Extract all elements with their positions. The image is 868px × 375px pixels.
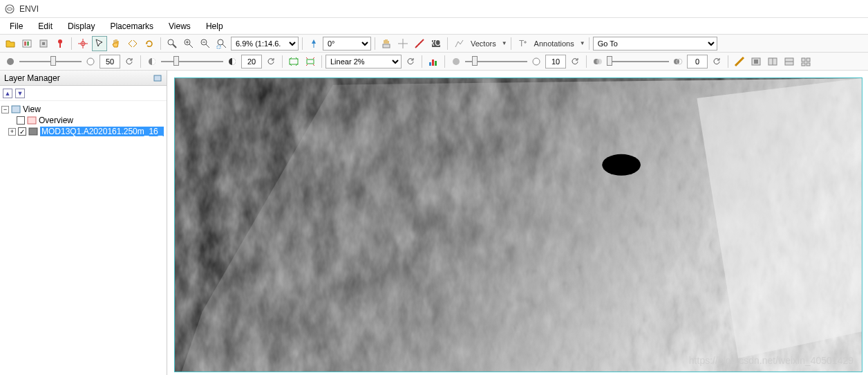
menu-file[interactable]: File [3, 20, 30, 33]
contrast-slider[interactable] [161, 55, 223, 68]
brightness-reset-icon[interactable] [122, 54, 137, 69]
expander-icon[interactable]: − [1, 106, 9, 113]
separator [282, 55, 283, 68]
contrast-reset-icon[interactable] [263, 54, 279, 69]
satellite-image [175, 78, 862, 372]
transparency-slider[interactable] [607, 55, 669, 68]
stretch-reset-icon[interactable] [403, 54, 418, 69]
collapse-icon[interactable]: ▲ [3, 89, 12, 98]
toolbar-display: Linear 2% [0, 53, 868, 71]
expand-icon[interactable]: ▼ [15, 89, 25, 98]
sharpen-low-icon [449, 54, 464, 69]
sharpen-high-icon [529, 54, 544, 69]
zoom-in-icon[interactable] [181, 36, 196, 51]
svg-rect-36 [802, 58, 805, 62]
measure-icon[interactable] [412, 36, 427, 51]
annotations-icon[interactable]: T [515, 36, 530, 51]
svg-point-6 [58, 39, 62, 44]
checkbox-unchecked-icon[interactable] [17, 116, 25, 125]
region-icon[interactable]: ROI [428, 36, 444, 51]
separator [321, 55, 322, 68]
crosshair-icon[interactable] [75, 36, 91, 51]
svg-rect-39 [806, 63, 810, 66]
zoom-combo[interactable]: 6.9% (1:14.6. [231, 37, 299, 51]
brightness-max-icon [83, 54, 98, 69]
svg-rect-22 [307, 60, 314, 64]
svg-rect-21 [290, 59, 298, 64]
tree-root-view[interactable]: − View [1, 104, 165, 115]
vectors-icon[interactable] [451, 36, 466, 51]
dropdown-arrow-icon[interactable]: ▼ [580, 40, 585, 46]
annotations-label[interactable]: Annotations [531, 39, 577, 48]
contrast-input[interactable] [241, 55, 262, 68]
views-icon[interactable] [798, 54, 813, 69]
portal-icon[interactable] [732, 54, 747, 69]
sharpen-reset-icon[interactable] [567, 54, 583, 69]
svg-point-26 [453, 58, 460, 65]
svg-rect-43 [29, 128, 37, 135]
svg-point-48 [602, 154, 641, 176]
swipe-icon[interactable] [748, 54, 764, 69]
tree-dataset[interactable]: + ✓ MOD13Q1.A2020161.250m_16_ [1, 126, 165, 137]
separator [728, 55, 728, 68]
histogram-icon[interactable] [426, 54, 441, 69]
goto-combo[interactable]: Go To [593, 37, 717, 51]
tree-overview[interactable]: Overview [1, 115, 165, 126]
zoom-out-icon[interactable] [198, 36, 213, 51]
svg-point-11 [218, 39, 223, 45]
pin-icon[interactable] [53, 36, 68, 51]
data-manager-icon[interactable] [19, 36, 35, 51]
brightness-icon [3, 54, 18, 69]
sharpen-slider[interactable] [465, 55, 527, 68]
expander-icon[interactable]: + [8, 128, 16, 136]
panel-menu-icon[interactable] [153, 73, 162, 83]
window-title: ENVI [19, 4, 39, 14]
menu-display[interactable]: Display [61, 20, 102, 33]
flicker-icon[interactable] [782, 54, 797, 69]
crosshair2-icon[interactable] [395, 36, 411, 51]
menu-edit[interactable]: Edit [31, 20, 59, 33]
transparency-input[interactable] [687, 55, 708, 68]
stretch-view-icon[interactable] [303, 54, 318, 69]
overview-label: Overview [39, 116, 73, 125]
menu-help[interactable]: Help [199, 20, 230, 33]
fly-icon[interactable] [125, 36, 140, 51]
svg-rect-41 [12, 106, 20, 113]
zoom-icon[interactable] [164, 36, 180, 51]
separator [375, 37, 375, 50]
sharpen-input[interactable] [545, 55, 566, 68]
stretch-combo[interactable]: Linear 2% [326, 55, 402, 68]
north-up-icon[interactable] [306, 36, 321, 51]
svg-point-18 [87, 58, 94, 65]
layer-tree: − View Overview + ✓ MOD13Q1.A2020161.250… [0, 101, 167, 140]
checkbox-checked-icon[interactable]: ✓ [18, 127, 26, 136]
brightness-slider[interactable] [19, 55, 82, 68]
rotate-combo[interactable]: 0° [323, 37, 371, 51]
rotate-icon[interactable] [142, 36, 157, 51]
svg-text:ROI: ROI [431, 38, 442, 48]
pan-icon[interactable] [108, 36, 124, 51]
menu-placemarks[interactable]: Placemarks [103, 20, 160, 33]
separator [140, 55, 141, 68]
svg-rect-3 [27, 42, 29, 46]
transparency-reset-icon[interactable] [709, 54, 724, 69]
svg-rect-40 [154, 75, 161, 81]
separator [444, 55, 445, 68]
panel-toolbar: ▲ ▼ [0, 86, 167, 101]
separator [160, 37, 161, 50]
select-icon[interactable] [92, 36, 107, 51]
menu-views[interactable]: Views [162, 20, 198, 33]
open-icon[interactable] [3, 36, 18, 51]
zoom-extent-icon[interactable] [214, 36, 229, 51]
main-body: Layer Manager ▲ ▼ − View Overview + ✓ [0, 71, 868, 375]
brightness-input[interactable] [100, 55, 120, 68]
svg-rect-42 [28, 117, 36, 124]
stretch-full-icon[interactable] [286, 54, 301, 69]
blend-icon[interactable] [765, 54, 780, 69]
dropdown-arrow-icon[interactable]: ▼ [502, 40, 507, 46]
vectors-label[interactable]: Vectors [468, 39, 499, 48]
contrast-high-icon [225, 54, 240, 69]
chip-icon[interactable] [36, 36, 51, 51]
image-view[interactable]: https://blog.csdn.net/weixin_40501429 [174, 77, 862, 372]
cursor-value-icon[interactable] [379, 36, 394, 51]
